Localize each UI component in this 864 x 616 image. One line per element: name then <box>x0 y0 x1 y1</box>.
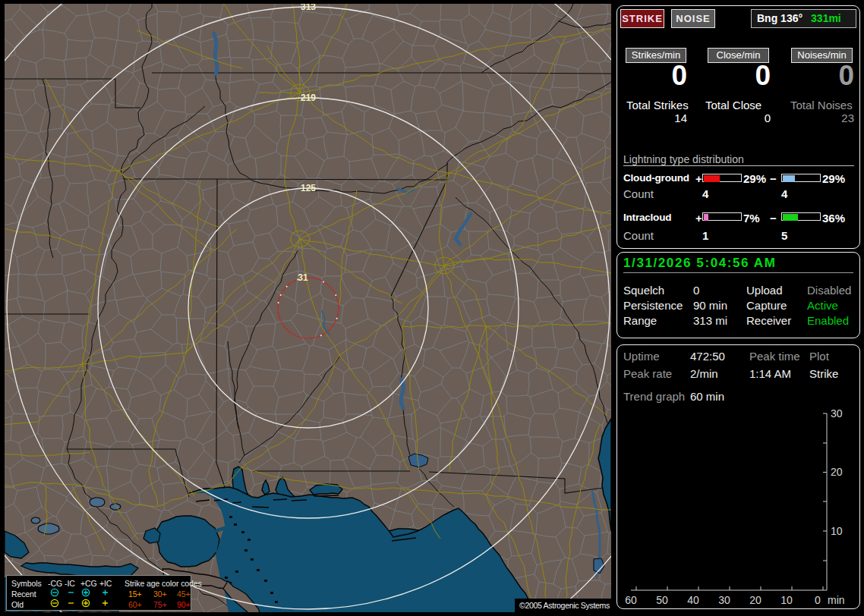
svg-text:20: 20 <box>831 466 843 478</box>
svg-text:30: 30 <box>831 407 843 420</box>
svg-text:20: 20 <box>749 594 762 606</box>
svg-text:50: 50 <box>656 594 668 606</box>
svg-text:40: 40 <box>687 594 699 606</box>
svg-text:10: 10 <box>831 525 843 537</box>
svg-text:0: 0 <box>815 594 821 606</box>
svg-text:30: 30 <box>718 594 730 606</box>
svg-text:125: 125 <box>301 183 316 193</box>
svg-text:313: 313 <box>301 2 316 12</box>
svg-text:31: 31 <box>298 272 308 283</box>
svg-text:219: 219 <box>301 93 316 103</box>
svg-text:10: 10 <box>780 594 793 606</box>
svg-text:min: min <box>828 594 845 606</box>
svg-text:60: 60 <box>625 594 637 606</box>
